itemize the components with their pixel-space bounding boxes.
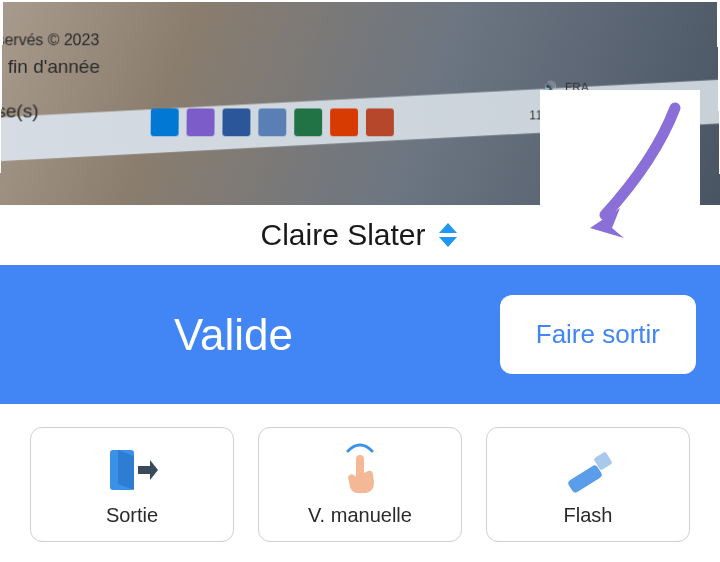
sortie-button[interactable]: Sortie: [30, 427, 234, 542]
faire-sortir-button[interactable]: Faire sortir: [500, 295, 696, 374]
button-label: Flash: [564, 504, 613, 527]
flashlight-icon: [560, 446, 616, 494]
preview-text: se(s): [0, 101, 39, 123]
sort-icon[interactable]: [436, 221, 460, 249]
person-name: Claire Slater: [260, 218, 425, 252]
action-row: Sortie V. manuelle Flash: [0, 404, 720, 562]
preview-text: éservés © 2023: [0, 31, 99, 49]
button-label: Sortie: [106, 504, 158, 527]
annotation-overlay: [540, 90, 700, 260]
tap-icon: [338, 446, 382, 494]
button-label: V. manuelle: [308, 504, 412, 527]
taskbar-icons: [151, 108, 394, 136]
preview-text: e fin d'année: [0, 56, 100, 78]
flash-button[interactable]: Flash: [486, 427, 690, 542]
exit-icon: [104, 446, 160, 494]
status-label: Valide: [174, 310, 293, 360]
manual-validation-button[interactable]: V. manuelle: [258, 427, 462, 542]
arrow-annotation-icon: [580, 100, 690, 240]
svg-rect-1: [567, 464, 603, 494]
status-bar: Valide Faire sortir: [0, 265, 720, 404]
